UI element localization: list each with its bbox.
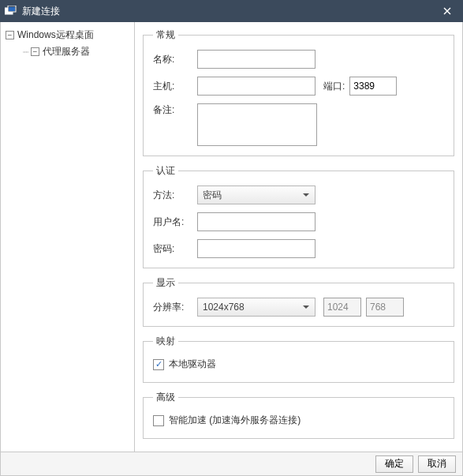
group-auth: 认证 方法: 密码 用户名: 密码: — [143, 164, 454, 268]
width-input[interactable] — [323, 298, 361, 317]
group-general-legend: 常规 — [153, 28, 178, 42]
method-select-value: 密码 — [203, 189, 222, 202]
tree-item-label: 代理服务器 — [43, 45, 90, 58]
group-display: 显示 分辨率: 1024x768 — [143, 276, 454, 327]
username-input[interactable] — [197, 212, 316, 231]
close-icon — [443, 7, 451, 15]
tree-root-windows-rdp[interactable]: − Windows远程桌面 — [4, 27, 131, 43]
host-label: 主机: — [153, 80, 197, 93]
group-mapping: 映射 ✓ 本地驱动器 — [143, 335, 454, 383]
tree-connector-icon: ┈ — [23, 47, 28, 58]
name-input[interactable] — [197, 50, 316, 69]
local-drive-label: 本地驱动器 — [169, 358, 216, 371]
collapse-icon[interactable]: − — [31, 47, 39, 56]
accel-checkbox-row[interactable]: 智能加速 (加速海外服务器连接) — [153, 412, 444, 429]
remark-input[interactable] — [197, 103, 317, 146]
app-icon — [5, 6, 17, 17]
resolution-select-value: 1024x768 — [203, 302, 245, 313]
window-body: − Windows远程桌面 ┈ − 代理服务器 常规 名称: 主机: 端口: 备… — [0, 22, 463, 452]
height-input[interactable] — [366, 298, 404, 317]
accel-label: 智能加速 (加速海外服务器连接) — [169, 414, 301, 427]
cancel-button[interactable]: 取消 — [418, 455, 456, 473]
group-auth-legend: 认证 — [153, 164, 178, 178]
password-label: 密码: — [153, 242, 197, 256]
close-button[interactable] — [431, 0, 463, 22]
collapse-icon[interactable]: − — [6, 31, 14, 39]
host-input[interactable] — [197, 77, 316, 96]
remark-label: 备注: — [153, 103, 197, 117]
method-label: 方法: — [153, 189, 197, 202]
group-advanced-legend: 高级 — [153, 391, 178, 404]
tree-root-label: Windows远程桌面 — [17, 28, 94, 42]
username-label: 用户名: — [153, 216, 197, 229]
local-drive-checkbox[interactable]: ✓ — [153, 359, 164, 370]
content-panel: 常规 名称: 主机: 端口: 备注: 认证 方法: 密码 — [135, 22, 462, 452]
method-select[interactable]: 密码 — [197, 186, 316, 204]
sidebar: − Windows远程桌面 ┈ − 代理服务器 — [1, 22, 135, 452]
group-general: 常规 名称: 主机: 端口: 备注: — [143, 28, 454, 156]
accel-checkbox[interactable] — [153, 415, 164, 426]
titlebar: 新建连接 — [0, 0, 463, 22]
window-title: 新建连接 — [22, 5, 431, 18]
port-input[interactable] — [349, 77, 397, 96]
resolution-label: 分辨率: — [153, 301, 197, 314]
name-label: 名称: — [153, 53, 197, 66]
local-drive-checkbox-row[interactable]: ✓ 本地驱动器 — [153, 356, 444, 373]
group-advanced: 高级 智能加速 (加速海外服务器连接) — [143, 391, 454, 439]
password-input[interactable] — [197, 239, 316, 258]
footer: 确定 取消 — [0, 452, 463, 476]
group-mapping-legend: 映射 — [153, 335, 178, 348]
svg-rect-2 — [9, 7, 15, 11]
ok-button[interactable]: 确定 — [375, 455, 413, 473]
port-label: 端口: — [323, 80, 345, 93]
group-display-legend: 显示 — [153, 276, 178, 290]
tree-item-proxy[interactable]: ┈ − 代理服务器 — [4, 43, 131, 60]
resolution-select[interactable]: 1024x768 — [197, 298, 316, 317]
